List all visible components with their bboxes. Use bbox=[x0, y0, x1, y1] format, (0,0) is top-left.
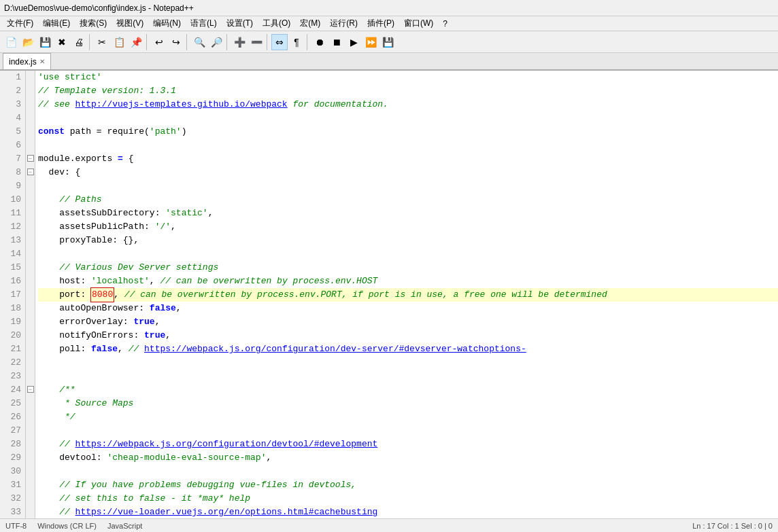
tb-save-macro[interactable]: 💾 bbox=[379, 34, 396, 50]
menu-tools[interactable]: 工具(O) bbox=[258, 16, 294, 31]
menu-file[interactable]: 文件(F) bbox=[3, 16, 37, 31]
code-line-15[interactable]: // Various Dev Server settings bbox=[38, 261, 778, 274]
hyperlink[interactable]: http://vuejs-templates.github.io/webpack bbox=[75, 98, 288, 111]
code-line-20[interactable]: notifyOnErrors: true, bbox=[38, 329, 778, 342]
line-number-7: 7 bbox=[0, 152, 21, 166]
status-lang: JavaScript bbox=[107, 522, 142, 530]
tb-print[interactable]: 🖨 bbox=[71, 34, 87, 50]
tab-index-js[interactable]: index.js ✕ bbox=[3, 53, 51, 69]
code-line-28[interactable]: // https://webpack.js.org/configuration/… bbox=[38, 438, 778, 451]
tab-close-button[interactable]: ✕ bbox=[39, 58, 45, 65]
code-line-4[interactable] bbox=[38, 111, 778, 125]
status-encoding: UTF-8 bbox=[5, 522, 27, 530]
fold-7[interactable]: − bbox=[26, 152, 35, 166]
line-number-18: 18 bbox=[0, 302, 21, 315]
tb-close[interactable]: ✖ bbox=[54, 34, 70, 50]
fold-6 bbox=[26, 139, 35, 152]
code-line-21[interactable]: poll: false, // https://webpack.js.org/c… bbox=[38, 342, 778, 356]
menu-encoding[interactable]: 编码(N) bbox=[149, 16, 185, 31]
code-line-11[interactable]: assetsSubDirectory: 'static', bbox=[38, 207, 778, 220]
tb-find-replace[interactable]: 🔎 bbox=[208, 34, 224, 50]
tb-playback[interactable]: ▶ bbox=[345, 34, 362, 50]
line-number-16: 16 bbox=[0, 274, 21, 288]
menu-plugins[interactable]: 插件(P) bbox=[363, 16, 399, 31]
tb-cut[interactable]: ✂ bbox=[94, 34, 110, 50]
code-line-32[interactable]: // set this to false - it *may* help bbox=[38, 492, 778, 506]
code-line-24[interactable]: /** bbox=[38, 383, 778, 397]
tb-redo[interactable]: ↪ bbox=[168, 34, 184, 50]
code-line-2[interactable]: // Template version: 1.3.1 bbox=[38, 84, 778, 98]
code-area[interactable]: 'use strict'// Template version: 1.3.1//… bbox=[35, 71, 778, 518]
tb-show-all[interactable]: ¶ bbox=[288, 34, 305, 50]
tb-save[interactable]: 💾 bbox=[37, 34, 53, 50]
code-line-7[interactable]: module.exports = { bbox=[38, 152, 778, 166]
fold-28 bbox=[26, 438, 35, 451]
tb-paste[interactable]: 📌 bbox=[128, 34, 144, 50]
code-line-19[interactable]: errorOverlay: true, bbox=[38, 315, 778, 329]
hyperlink[interactable]: https://vue-loader.vuejs.org/en/options.… bbox=[75, 506, 378, 518]
code-line-30[interactable] bbox=[38, 465, 778, 478]
code-line-33[interactable]: // https://vue-loader.vuejs.org/en/optio… bbox=[38, 506, 778, 518]
code-line-29[interactable]: devtool: 'cheap-module-eval-source-map', bbox=[38, 451, 778, 465]
tb-zoom-in[interactable]: ➕ bbox=[231, 34, 248, 50]
menu-search[interactable]: 搜索(S) bbox=[75, 16, 111, 31]
code-line-23[interactable] bbox=[38, 370, 778, 383]
code-line-16[interactable]: host: 'localhost', // can be overwritten… bbox=[38, 274, 778, 288]
status-position: Ln : 17 Col : 1 Sel : 0 | 0 bbox=[692, 522, 773, 530]
fold-8[interactable]: − bbox=[26, 166, 35, 179]
line-number-12: 12 bbox=[0, 220, 21, 234]
hyperlink[interactable]: https://webpack.js.org/configuration/dev… bbox=[144, 342, 526, 356]
hyperlink[interactable]: https://webpack.js.org/configuration/dev… bbox=[75, 438, 378, 451]
tb-undo[interactable]: ↩ bbox=[151, 34, 167, 50]
line-number-8: 8 bbox=[0, 166, 21, 179]
line-number-17: 17 bbox=[0, 288, 21, 302]
fold-29 bbox=[26, 451, 35, 465]
tab-label: index.js bbox=[9, 57, 37, 67]
menu-help[interactable]: ? bbox=[439, 18, 452, 30]
code-line-3[interactable]: // see http://vuejs-templates.github.io/… bbox=[38, 98, 778, 111]
code-line-22[interactable] bbox=[38, 356, 778, 370]
tb-run-macro[interactable]: ⏩ bbox=[362, 34, 379, 50]
code-line-14[interactable] bbox=[38, 247, 778, 261]
menu-window[interactable]: 窗口(W) bbox=[400, 16, 437, 31]
code-line-17[interactable]: port: 8080, // can be overwritten by pro… bbox=[38, 288, 778, 302]
fold-24[interactable]: − bbox=[26, 383, 35, 397]
toolbar: 📄 📂 💾 ✖ 🖨 ✂ 📋 📌 ↩ ↪ 🔍 🔎 ➕ ➖ ⇔ ¶ ⏺ ⏹ ▶ ⏩ … bbox=[0, 31, 778, 53]
code-line-5[interactable]: const path = require('path') bbox=[38, 125, 778, 139]
code-line-31[interactable]: // If you have problems debugging vue-fi… bbox=[38, 478, 778, 492]
tb-record[interactable]: ⏺ bbox=[311, 34, 328, 50]
tb-find[interactable]: 🔍 bbox=[191, 34, 207, 50]
code-line-13[interactable]: proxyTable: {}, bbox=[38, 234, 778, 247]
code-line-27[interactable] bbox=[38, 424, 778, 438]
fold-26 bbox=[26, 410, 35, 424]
code-line-12[interactable]: assetsPublicPath: '/', bbox=[38, 220, 778, 234]
tb-open[interactable]: 📂 bbox=[20, 34, 36, 50]
code-line-10[interactable]: // Paths bbox=[38, 193, 778, 207]
menu-run[interactable]: 运行(R) bbox=[326, 16, 362, 31]
tb-stop[interactable]: ⏹ bbox=[328, 34, 345, 50]
menu-macro[interactable]: 宏(M) bbox=[296, 16, 324, 31]
code-line-25[interactable]: * Source Maps bbox=[38, 397, 778, 410]
fold-4 bbox=[26, 111, 35, 125]
fold-9 bbox=[26, 179, 35, 193]
code-line-9[interactable] bbox=[38, 179, 778, 193]
fold-33 bbox=[26, 506, 35, 518]
tb-zoom-out[interactable]: ➖ bbox=[248, 34, 265, 50]
code-line-8[interactable]: dev: { bbox=[38, 166, 778, 179]
menu-edit[interactable]: 编辑(E) bbox=[39, 16, 74, 31]
fold-19 bbox=[26, 315, 35, 329]
fold-18 bbox=[26, 302, 35, 315]
code-line-1[interactable]: 'use strict' bbox=[38, 71, 778, 84]
menu-language[interactable]: 语言(L) bbox=[186, 16, 221, 31]
tb-copy[interactable]: 📋 bbox=[111, 34, 127, 50]
menu-settings[interactable]: 设置(T) bbox=[222, 16, 257, 31]
code-line-26[interactable]: */ bbox=[38, 410, 778, 424]
code-line-6[interactable] bbox=[38, 139, 778, 152]
tb-wordwrap[interactable]: ⇔ bbox=[271, 34, 288, 50]
toolbar-separator-3 bbox=[186, 34, 189, 50]
code-line-18[interactable]: autoOpenBrowser: false, bbox=[38, 302, 778, 315]
fold-10 bbox=[26, 193, 35, 207]
menu-view[interactable]: 视图(V) bbox=[112, 16, 148, 31]
line-number-4: 4 bbox=[0, 111, 21, 125]
tb-new[interactable]: 📄 bbox=[3, 34, 19, 50]
